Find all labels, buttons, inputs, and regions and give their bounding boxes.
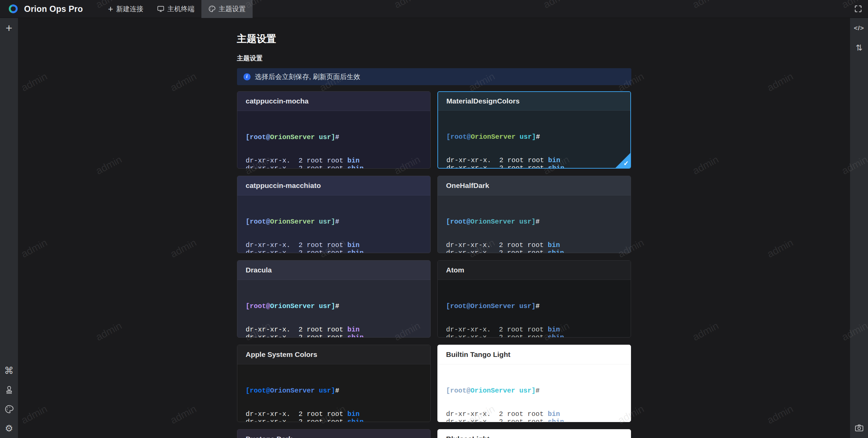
terminal-prompt-line: [root@OrionServer usr]# <box>446 302 622 310</box>
fullscreen-icon[interactable] <box>854 4 863 13</box>
screenshot-button[interactable] <box>854 422 865 433</box>
terminal-line: dr-xr-xr-x. 2 root root bin <box>246 241 422 249</box>
palette-icon <box>4 404 14 414</box>
theme-card[interactable]: OneHalfDark [root@OrionServer usr]# dr-x… <box>437 176 631 253</box>
theme-card-header: BlulocoLight <box>438 430 631 438</box>
main-content: 主题设置 主题设置 i 选择后会立刻保存, 刷新页面后生效 catppuccin… <box>18 18 850 438</box>
theme-card[interactable]: Dracula [root@OrionServer usr]# dr-xr-xr… <box>237 260 431 338</box>
terminal-line: dr-xr-xr-x. 2 root root bin <box>246 157 422 165</box>
theme-name: MaterialDesignColors <box>447 97 520 105</box>
theme-button[interactable] <box>4 404 15 415</box>
sort-icon: ⇅ <box>855 43 862 53</box>
add-connection-button[interactable]: + <box>4 22 15 33</box>
terminal-line: dr-xr-xr-x. 2 root root bin <box>246 326 422 334</box>
terminal-prompt-line: [root@OrionServer usr]# <box>446 387 622 395</box>
terminal-line: dr-xr-xr-x. 2 root root bin <box>446 241 622 249</box>
terminal-preview: [root@OrionServer usr]# dr-xr-xr-x. 2 ro… <box>237 195 430 253</box>
theme-name: Dracula <box>246 266 272 274</box>
theme-card-header: Apple System Colors <box>237 345 430 364</box>
theme-card[interactable]: Duotone Dark [root@OrionServer usr]# dr-… <box>237 429 431 438</box>
sort-button[interactable]: ⇅ <box>854 42 865 53</box>
stamp-button[interactable] <box>4 384 15 395</box>
tab-host-terminal[interactable]: 主机终端 <box>150 0 201 18</box>
terminal-preview: [root@OrionServer usr]# dr-xr-xr-x. 2 ro… <box>438 364 631 422</box>
theme-card-header: Duotone Dark <box>237 430 430 438</box>
theme-card-header: catppuccin-mocha <box>237 92 430 111</box>
terminal-prompt-line: [root@OrionServer usr]# <box>246 302 422 310</box>
terminal-line: dr-xr-xr-x. 2 root root sbin <box>246 165 422 169</box>
terminal-line: dr-xr-xr-x. 2 root root sbin <box>246 418 422 422</box>
plus-icon: + <box>108 5 113 12</box>
terminal-preview: [root@OrionServer usr]# dr-xr-xr-x. 2 ro… <box>237 111 430 169</box>
terminal-line: dr-xr-xr-x. 2 root root sbin <box>246 334 422 338</box>
settings-button[interactable]: ⚙ <box>4 423 15 434</box>
terminal-line: dr-xr-xr-x. 2 root root sbin <box>446 334 622 338</box>
terminal-prompt-line: [root@OrionServer usr]# <box>246 387 422 395</box>
theme-card[interactable]: MaterialDesignColors [root@OrionServer u… <box>437 91 631 169</box>
check-icon: ✓ <box>624 159 629 167</box>
theme-name: Atom <box>446 266 465 274</box>
tab-label: 新建连接 <box>116 4 143 14</box>
theme-card-header: catppuccin-macchiato <box>237 176 430 195</box>
theme-card-header: MaterialDesignColors <box>438 92 630 111</box>
theme-card[interactable]: Atom [root@OrionServer usr]# dr-xr-xr-x.… <box>437 260 631 338</box>
code-view-button[interactable]: </> <box>854 23 865 34</box>
theme-name: catppuccin-mocha <box>246 97 309 105</box>
terminal-line: dr-xr-xr-x. 2 root root sbin <box>446 418 622 422</box>
camera-icon <box>854 423 864 433</box>
terminal-prompt-line: [root@OrionServer usr]# <box>246 218 422 226</box>
theme-grid: catppuccin-mocha [root@OrionServer usr]#… <box>237 91 631 438</box>
tab-theme-settings[interactable]: 主题设置 <box>201 0 253 18</box>
plus-icon: + <box>6 23 13 33</box>
terminal-preview: [root@OrionServer usr]# dr-xr-xr-x. 2 ro… <box>438 280 631 338</box>
right-sidebar: </> ⇅ <box>850 18 868 438</box>
terminal-preview: [root@OrionServer usr]# dr-xr-xr-x. 2 ro… <box>438 195 631 253</box>
terminal-preview: [root@OrionServer usr]# dr-xr-xr-x. 2 ro… <box>237 364 430 422</box>
terminal-preview: [root@OrionServer usr]# dr-xr-xr-x. 2 ro… <box>237 280 430 338</box>
palette-icon <box>208 5 216 13</box>
terminal-prompt-line: [root@OrionServer usr]# <box>446 218 622 226</box>
theme-card-header: Dracula <box>237 261 430 280</box>
terminal-line: dr-xr-xr-x. 2 root root bin <box>446 326 622 334</box>
info-alert: i 选择后会立刻保存, 刷新页面后生效 <box>237 68 631 85</box>
theme-card[interactable]: catppuccin-mocha [root@OrionServer usr]#… <box>237 91 431 169</box>
theme-card-header: Atom <box>438 261 631 280</box>
gear-icon: ⚙ <box>5 423 13 434</box>
theme-card-header: Builtin Tango Light <box>438 345 631 364</box>
app-logo-icon <box>7 2 20 15</box>
terminal-prompt-line: [root@OrionServer usr]# <box>246 133 422 141</box>
terminal-line: dr-xr-xr-x. 2 root root bin <box>246 410 422 418</box>
theme-name: catppuccin-macchiato <box>246 182 321 190</box>
section-title: 主题设置 <box>237 54 631 63</box>
terminal-prompt-line: [root@OrionServer usr]# <box>447 133 622 141</box>
theme-name: Builtin Tango Light <box>446 350 511 359</box>
topbar: Orion Ops Pro + 新建连接 主机终端 主题设置 <box>0 0 868 18</box>
theme-card[interactable]: Builtin Tango Light [root@OrionServer us… <box>437 345 631 422</box>
theme-card[interactable]: catppuccin-macchiato [root@OrionServer u… <box>237 176 431 253</box>
theme-card-header: OneHalfDark <box>438 176 631 195</box>
brand: Orion Ops Pro <box>0 2 91 15</box>
theme-card[interactable]: BlulocoLight [root@OrionServer usr]# dr-… <box>437 429 631 438</box>
page-title: 主题设置 <box>237 32 631 46</box>
stamp-icon <box>4 385 14 395</box>
theme-name: BlulocoLight <box>446 435 490 438</box>
terminal-preview: [root@OrionServer usr]# dr-xr-xr-x. 2 ro… <box>438 111 630 169</box>
info-icon: i <box>243 73 251 80</box>
terminal-line: dr-xr-xr-x. 2 root root sbin <box>447 164 622 169</box>
terminal-line: dr-xr-xr-x. 2 root root sbin <box>446 249 622 253</box>
command-shortcuts-button[interactable]: ⌘ <box>4 365 15 376</box>
tab-label: 主题设置 <box>219 4 246 14</box>
theme-name: Apple System Colors <box>246 350 317 359</box>
theme-card[interactable]: Apple System Colors [root@OrionServer us… <box>237 345 431 422</box>
monitor-icon <box>157 5 164 13</box>
theme-name: Duotone Dark <box>246 435 293 438</box>
app-name: Orion Ops Pro <box>24 4 83 14</box>
info-alert-text: 选择后会立刻保存, 刷新页面后生效 <box>255 72 360 81</box>
terminal-line: dr-xr-xr-x. 2 root root bin <box>447 156 622 164</box>
terminal-line: dr-xr-xr-x. 2 root root sbin <box>246 249 422 253</box>
tab-new-connection[interactable]: + 新建连接 <box>101 0 150 18</box>
selected-corner-badge: ✓ <box>615 153 630 168</box>
tab-bar: + 新建连接 主机终端 主题设置 <box>101 0 252 18</box>
command-icon: ⌘ <box>4 365 14 376</box>
theme-name: OneHalfDark <box>446 182 489 190</box>
